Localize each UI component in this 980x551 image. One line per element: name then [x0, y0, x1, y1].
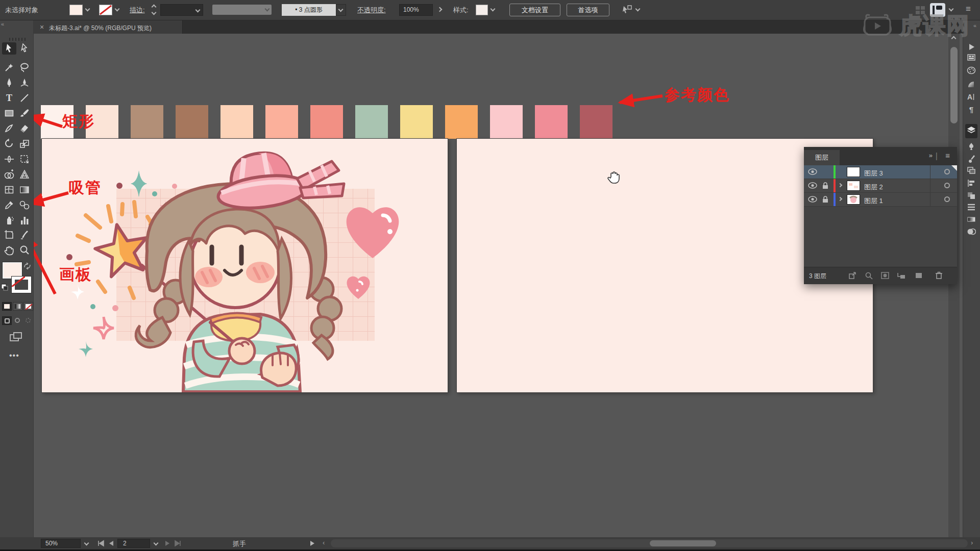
color-icon[interactable]	[967, 53, 976, 64]
curvature-tool[interactable]	[17, 77, 32, 89]
layer-thumbnail[interactable]	[847, 181, 860, 191]
reference-swatch-6[interactable]	[265, 105, 298, 139]
layer-thumbnail[interactable]	[847, 194, 860, 205]
layer-target-icon[interactable]	[944, 183, 950, 188]
slice-tool[interactable]	[17, 229, 32, 241]
artboard-tool[interactable]	[2, 229, 16, 241]
fill-dropdown-chevron-icon[interactable]	[85, 7, 90, 12]
swatches-icon[interactable]	[967, 66, 976, 77]
more-tools-icon[interactable]: •••	[9, 351, 19, 360]
first-artboard-icon[interactable]	[97, 540, 105, 547]
symbols-icon[interactable]	[967, 142, 976, 153]
align-icon[interactable]	[967, 179, 976, 190]
draw-inside-mode-button[interactable]	[23, 316, 33, 325]
make-mask-icon[interactable]	[881, 271, 890, 280]
layers-panel-tab[interactable]: 图层	[804, 150, 840, 165]
document-tab[interactable]: × 未标题-3.ai* @ 50% (RGB/GPU 预览)	[34, 20, 183, 34]
toolbar-drag-handle[interactable]	[8, 34, 27, 43]
tab-close-icon[interactable]: ×	[40, 23, 44, 31]
paintbrush-tool[interactable]	[17, 107, 32, 119]
eyedropper-tool[interactable]	[2, 199, 16, 211]
layer-lock-icon[interactable]	[822, 196, 828, 203]
layer-expand-icon[interactable]	[838, 197, 842, 201]
lasso-tool[interactable]	[17, 61, 32, 73]
shaper-tool[interactable]	[2, 122, 16, 135]
rotate-tool[interactable]	[2, 138, 16, 150]
layer-visibility-icon[interactable]	[808, 182, 817, 189]
layers-menu-icon[interactable]: ≡	[945, 151, 950, 160]
stroke-color-well[interactable]	[99, 5, 112, 15]
draw-behind-mode-button[interactable]	[13, 316, 22, 325]
selection-tool[interactable]	[2, 42, 16, 55]
fill-mode-gradient-button[interactable]	[13, 302, 22, 311]
collect-export-icon[interactable]	[848, 271, 857, 280]
stroke-profile-select[interactable]	[212, 5, 272, 15]
workspace-chevron-icon[interactable]	[635, 7, 641, 12]
swap-fill-stroke-icon[interactable]	[23, 262, 32, 269]
style-dropdown-chevron-icon[interactable]	[491, 7, 496, 12]
symbol-sprayer-tool[interactable]	[2, 214, 16, 227]
stroke-color-indicator[interactable]	[12, 277, 31, 293]
pathfinder-icon[interactable]	[967, 191, 976, 202]
fill-mode-color-button[interactable]	[2, 302, 12, 311]
magic-wand-tool[interactable]	[2, 61, 16, 73]
opacity-flyout-icon[interactable]	[437, 7, 443, 12]
actions-icon[interactable]	[967, 42, 976, 54]
perspective-grid-tool[interactable]	[17, 168, 32, 181]
pen-tool[interactable]	[2, 77, 16, 89]
panels-expand-icon[interactable]: «	[973, 22, 976, 29]
layer-row-图层 2[interactable]: 图层 2	[804, 179, 957, 193]
layer-row-图层 3[interactable]: 图层 3	[804, 165, 957, 179]
layer-visibility-icon[interactable]	[808, 168, 817, 175]
layer-lock-icon[interactable]	[822, 182, 828, 189]
opacity-input[interactable]: 100%	[399, 4, 433, 16]
reference-swatch-3[interactable]	[131, 105, 163, 139]
previous-artboard-icon[interactable]	[108, 540, 114, 547]
column-graph-tool[interactable]	[17, 214, 32, 227]
layer-visibility-icon[interactable]	[808, 196, 817, 203]
default-fill-stroke-icon[interactable]	[1, 284, 8, 291]
artboard-number-input[interactable]: 2	[117, 539, 150, 548]
style-well[interactable]	[476, 5, 488, 15]
opacity-label[interactable]: 不透明度:	[357, 7, 386, 13]
scale-tool[interactable]	[17, 138, 32, 150]
vertical-scrollbar[interactable]	[948, 34, 960, 537]
artboard-chevron-icon[interactable]	[154, 541, 159, 546]
reference-swatch-10[interactable]	[445, 105, 478, 139]
zoom-chevron-icon[interactable]	[84, 541, 89, 546]
new-sublayer-icon[interactable]	[897, 271, 906, 280]
stroke-width-select[interactable]	[160, 4, 203, 16]
appearance-icon[interactable]	[967, 203, 976, 214]
zoom-tool[interactable]	[17, 244, 32, 256]
status-flyout-icon[interactable]	[309, 540, 315, 547]
stroke-width-up-icon[interactable]	[152, 5, 157, 10]
fill-mode-none-button[interactable]	[23, 302, 33, 311]
document-setup-button[interactable]: 文档设置	[509, 4, 560, 16]
hscroll-left-icon[interactable]: ‹	[323, 539, 325, 546]
mesh-tool[interactable]	[2, 184, 16, 196]
layer-target-icon[interactable]	[944, 169, 950, 174]
screen-mode-icon[interactable]	[9, 332, 22, 343]
blend-tool[interactable]	[17, 199, 32, 211]
delete-layer-icon[interactable]	[935, 271, 943, 280]
zoom-level-select[interactable]: 50%	[41, 539, 81, 548]
reference-swatch-4[interactable]	[176, 105, 208, 139]
layer-thumbnail[interactable]	[847, 167, 860, 177]
reference-swatch-11[interactable]	[490, 105, 523, 139]
reference-swatch-13[interactable]	[580, 105, 612, 139]
draw-normal-mode-button[interactable]	[2, 316, 12, 325]
last-artboard-icon[interactable]	[174, 540, 182, 547]
touch-workspace-icon[interactable]	[621, 5, 633, 15]
brush-definition-chevron[interactable]	[336, 4, 346, 16]
line-segment-tool[interactable]	[17, 92, 32, 104]
locate-object-icon[interactable]	[865, 271, 873, 280]
paragraph-icon[interactable]: ¶	[967, 105, 976, 116]
layer-row-图层 1[interactable]: 图层 1	[804, 193, 957, 207]
artboards-icon[interactable]	[967, 165, 976, 177]
next-artboard-icon[interactable]	[164, 540, 170, 547]
gradient-tool[interactable]	[17, 184, 32, 196]
vertical-scroll-thumb[interactable]	[950, 47, 958, 123]
layer-expand-icon[interactable]	[838, 183, 842, 187]
layers-icon[interactable]	[965, 124, 977, 138]
free-transform-tool[interactable]	[17, 153, 32, 165]
